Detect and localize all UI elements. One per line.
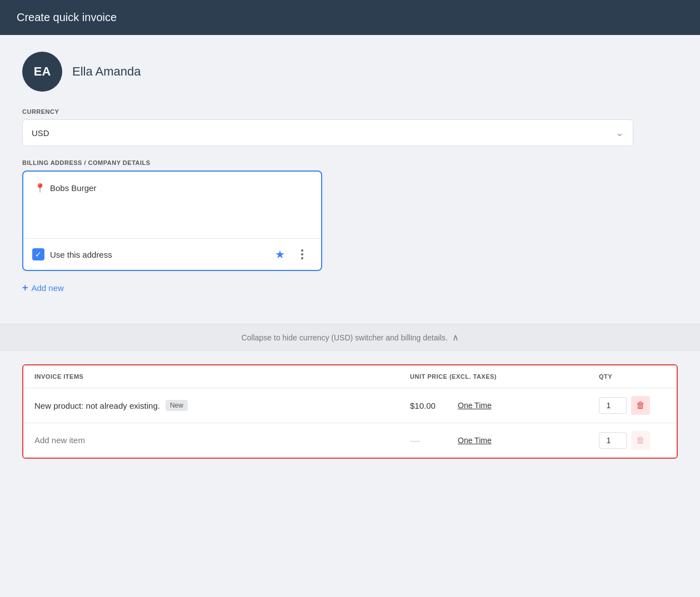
more-dots-icon [301, 249, 303, 259]
star-button[interactable]: ★ [270, 244, 290, 264]
add-new-button[interactable]: + Add new [22, 280, 64, 296]
invoice-qty-cell: 🗑 [599, 396, 666, 415]
chevron-down-icon: ⌄ [616, 127, 624, 139]
address-card: 📍 Bobs Burger ✓ Use this address ★ [22, 170, 322, 271]
billing-section: BILLING ADDRESS / COMPANY DETAILS 📍 Bobs… [22, 159, 678, 296]
currency-section: CURRENCY USD ⌄ [22, 108, 678, 146]
qty-input[interactable] [599, 397, 627, 414]
add-item-delete-button[interactable]: 🗑 [631, 431, 650, 450]
invoice-section: INVOICE ITEMS UNIT PRICE (EXCL. TAXES) Q… [22, 364, 678, 459]
address-location-row: 📍 Bobs Burger [34, 183, 310, 193]
address-card-footer: ✓ Use this address ★ [23, 238, 321, 270]
add-item-input-wrapper [34, 435, 410, 445]
invoice-price-cell: $10.00 One Time [410, 401, 599, 410]
item-name: New product: not already existing. [34, 401, 160, 410]
add-item-row: — One Time 🗑 [23, 423, 677, 458]
invoice-col-items-label: INVOICE ITEMS [34, 373, 410, 380]
invoice-col-price-label: UNIT PRICE (EXCL. TAXES) [410, 373, 599, 380]
customer-name: Ella Amanda [72, 64, 141, 79]
address-name: Bobs Burger [50, 183, 96, 193]
use-address-checkbox[interactable]: ✓ Use this address [32, 248, 263, 260]
main-content: EA Ella Amanda CURRENCY USD ⌄ BILLING AD… [0, 35, 700, 324]
currency-select-display[interactable]: USD ⌄ [23, 120, 633, 146]
frequency-button[interactable]: One Time [458, 401, 492, 410]
table-row: New product: not already existing. New $… [23, 388, 677, 423]
invoice-header: INVOICE ITEMS UNIT PRICE (EXCL. TAXES) Q… [23, 365, 677, 388]
customer-row: EA Ella Amanda [22, 52, 678, 92]
add-new-label: Add new [32, 283, 64, 293]
invoice-item-cell: New product: not already existing. New [34, 400, 410, 411]
add-item-frequency-button[interactable]: One Time [458, 436, 492, 445]
collapse-text: Collapse to hide currency (USD) switcher… [241, 333, 447, 342]
add-item-qty-cell: 🗑 [599, 431, 666, 450]
dash-placeholder: — [410, 435, 449, 447]
currency-label: CURRENCY [22, 108, 678, 115]
address-card-body: 📍 Bobs Burger [23, 172, 321, 238]
currency-select[interactable]: USD ⌄ [22, 119, 633, 146]
collapse-chevron-up-icon: ∧ [452, 332, 459, 343]
new-badge: New [166, 400, 188, 411]
trash-icon: 🗑 [636, 400, 645, 410]
checkbox-checked-icon[interactable]: ✓ [32, 248, 44, 260]
star-icon: ★ [275, 248, 285, 261]
add-item-price-cell: — One Time [410, 435, 599, 447]
add-item-qty-input[interactable] [599, 432, 627, 449]
invoice-col-qty-label: QTY [599, 373, 666, 380]
more-options-button[interactable] [292, 244, 312, 264]
collapse-bar[interactable]: Collapse to hide currency (USD) switcher… [0, 324, 700, 351]
trash-icon-empty: 🗑 [636, 435, 645, 445]
use-address-label: Use this address [50, 250, 112, 259]
location-pin-icon: 📍 [34, 183, 46, 193]
address-footer-actions: ★ [270, 244, 312, 264]
price-value: $10.00 [410, 401, 449, 410]
delete-row-button[interactable]: 🗑 [631, 396, 650, 415]
plus-icon: + [22, 282, 28, 294]
header-bar: Create quick invoice [0, 0, 700, 35]
add-item-input[interactable] [34, 435, 140, 445]
currency-value: USD [32, 128, 49, 138]
avatar: EA [22, 52, 62, 92]
page-title: Create quick invoice [17, 11, 117, 23]
billing-label: BILLING ADDRESS / COMPANY DETAILS [22, 159, 678, 166]
